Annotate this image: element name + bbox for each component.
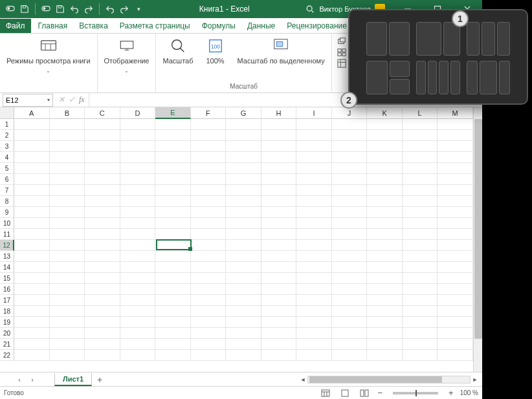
row-header[interactable]: 10	[0, 218, 14, 229]
column-header[interactable]: C	[85, 107, 120, 119]
cell[interactable]	[332, 119, 368, 130]
cell[interactable]	[155, 130, 191, 141]
cell[interactable]	[120, 152, 156, 163]
cell[interactable]	[50, 163, 85, 174]
cell[interactable]	[261, 295, 297, 306]
cell[interactable]	[403, 141, 438, 152]
cell[interactable]	[261, 163, 297, 174]
cell[interactable]	[261, 262, 297, 273]
cell[interactable]	[226, 218, 261, 229]
undo-icon[interactable]	[104, 3, 116, 16]
cell[interactable]	[50, 350, 85, 361]
cell[interactable]	[14, 339, 50, 350]
cell[interactable]	[296, 141, 332, 152]
cell[interactable]	[85, 218, 120, 229]
row-header[interactable]: 2	[0, 130, 14, 141]
cell[interactable]	[50, 229, 85, 240]
column-header[interactable]: J	[332, 107, 368, 119]
column-header[interactable]: I	[296, 107, 332, 119]
cell[interactable]	[50, 130, 85, 141]
cell[interactable]	[50, 185, 85, 196]
cell[interactable]	[296, 196, 332, 207]
cell[interactable]	[367, 317, 403, 328]
cell[interactable]	[403, 130, 438, 141]
cell[interactable]	[296, 218, 332, 229]
cell[interactable]	[50, 317, 85, 328]
cell[interactable]	[367, 306, 403, 317]
cell[interactable]	[191, 207, 227, 218]
cell[interactable]	[155, 295, 191, 306]
cell[interactable]	[226, 207, 261, 218]
cell[interactable]	[403, 317, 438, 328]
cell[interactable]	[261, 141, 297, 152]
cell[interactable]	[191, 262, 227, 273]
save-icon[interactable]	[18, 3, 31, 16]
cell[interactable]	[14, 163, 50, 174]
zoom-slider[interactable]	[393, 392, 438, 394]
cell[interactable]	[367, 119, 403, 130]
cell[interactable]	[85, 119, 120, 130]
cell[interactable]	[438, 130, 473, 141]
cell[interactable]	[50, 174, 85, 185]
cell[interactable]	[261, 317, 297, 328]
cell[interactable]	[155, 284, 191, 295]
cell[interactable]	[85, 251, 120, 262]
cell[interactable]	[226, 317, 261, 328]
vertical-scrollbar[interactable]	[473, 107, 482, 372]
cell[interactable]	[438, 174, 473, 185]
zoom-100-button[interactable]: 100 100%	[199, 36, 232, 67]
cell[interactable]	[120, 174, 156, 185]
cell[interactable]	[296, 251, 332, 262]
cell[interactable]	[191, 196, 227, 207]
cell[interactable]	[438, 339, 473, 350]
cell[interactable]	[367, 141, 403, 152]
qat-customize-icon[interactable]: ▾	[132, 3, 145, 16]
zoom-button[interactable]: Масштаб	[160, 36, 195, 67]
cell[interactable]	[85, 328, 120, 339]
cell[interactable]	[50, 328, 85, 339]
cell[interactable]	[85, 306, 120, 317]
column-header[interactable]: K	[367, 107, 403, 119]
cell[interactable]	[332, 317, 368, 328]
view-modes-button[interactable]: Режимы просмотра книги ⌄	[4, 36, 93, 75]
cell[interactable]	[120, 119, 156, 130]
cell[interactable]	[332, 284, 368, 295]
cell[interactable]	[438, 306, 473, 317]
cell[interactable]	[403, 152, 438, 163]
cell[interactable]	[296, 240, 332, 251]
cell[interactable]	[261, 196, 297, 207]
cell[interactable]	[367, 240, 403, 251]
row-header[interactable]: 9	[0, 207, 14, 218]
cell[interactable]	[85, 163, 120, 174]
cell[interactable]	[14, 251, 50, 262]
cell[interactable]	[403, 174, 438, 185]
cell[interactable]	[403, 251, 438, 262]
cell[interactable]	[120, 317, 156, 328]
column-header[interactable]: G	[226, 107, 261, 119]
cell[interactable]	[403, 328, 438, 339]
cell[interactable]	[403, 284, 438, 295]
zoom-in-button[interactable]: +	[449, 388, 454, 398]
cell[interactable]	[438, 251, 473, 262]
cell[interactable]	[367, 284, 403, 295]
cell[interactable]	[261, 207, 297, 218]
cell[interactable]	[14, 284, 50, 295]
cell[interactable]	[191, 229, 227, 240]
cell[interactable]	[226, 196, 261, 207]
cell[interactable]	[191, 163, 227, 174]
cell[interactable]	[155, 196, 191, 207]
page-break-view-icon[interactable]	[358, 388, 371, 398]
cell[interactable]	[261, 174, 297, 185]
cell[interactable]	[14, 130, 50, 141]
undo-icon[interactable]	[68, 3, 81, 16]
cell[interactable]	[120, 339, 156, 350]
cell[interactable]	[50, 196, 85, 207]
cell[interactable]	[296, 317, 332, 328]
cell[interactable]	[403, 273, 438, 284]
cell[interactable]	[155, 152, 191, 163]
cell[interactable]	[155, 339, 191, 350]
cell[interactable]	[85, 130, 120, 141]
cell[interactable]	[155, 174, 191, 185]
column-header[interactable]: L	[403, 107, 438, 119]
tab-формулы[interactable]: Формулы	[196, 19, 241, 33]
